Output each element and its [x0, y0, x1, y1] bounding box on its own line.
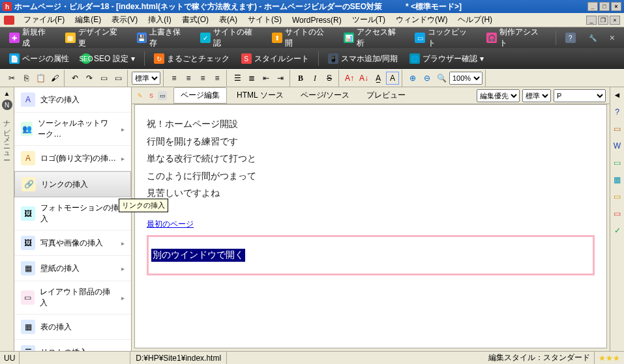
history2-icon[interactable]: ▭ — [111, 72, 125, 85]
zoom-out-icon[interactable]: ⊖ — [421, 72, 434, 85]
indent-out-icon[interactable]: ⇤ — [260, 72, 273, 85]
new-button[interactable]: ✚新規作成 — [4, 25, 59, 51]
cockpit-button[interactable]: ▭コックピット — [409, 25, 480, 51]
left-rail: ▲ N ナビメニュー — [0, 87, 14, 351]
menu-wordpress[interactable]: WordPress(R) — [287, 14, 347, 26]
copy-icon[interactable]: ⎘ — [20, 72, 33, 85]
align-justify-icon[interactable]: ≡ — [211, 72, 224, 85]
confirm-button[interactable]: ✓サイトの確認 — [195, 25, 265, 51]
close-button[interactable]: × — [611, 2, 621, 11]
access-button[interactable]: 📊アクセス解析 — [338, 25, 409, 51]
title-text: ホームページ・ビルダー18 - [index.html(ネットで稼ぐ方法教えます… — [14, 1, 587, 12]
redo-icon[interactable]: ↷ — [83, 72, 96, 85]
rail-grid-icon[interactable]: ▦ — [612, 175, 623, 185]
tab-page-edit[interactable]: ページ編集 — [173, 87, 227, 104]
bold-icon[interactable]: B — [294, 72, 307, 85]
rail-ok-icon[interactable]: ✓ — [612, 225, 623, 236]
font-size-up-icon[interactable]: A↑ — [343, 72, 356, 85]
sidebar: A文字の挿入 👥ソーシャルネットワーク…▸ Aロゴ(飾り文字)の挿…▸ 🔗リンク… — [14, 87, 132, 351]
format-paint-icon[interactable]: 🖌 — [48, 72, 61, 85]
align-left-icon[interactable]: ≡ — [168, 72, 181, 85]
list-num-icon[interactable]: ≣ — [245, 72, 258, 85]
assist-button[interactable]: 🎧制作アシスト — [481, 25, 552, 51]
element-select[interactable]: P — [554, 89, 606, 102]
rail-up-icon[interactable]: ▲ — [4, 90, 10, 97]
doc-icon — [4, 16, 14, 25]
content-line: 行間を開ける練習です — [147, 133, 595, 150]
mdi-minimize-button[interactable]: _ — [586, 16, 597, 25]
design-button[interactable]: ▦デザイン変更 — [60, 25, 130, 51]
priority-select[interactable]: 編集優先 — [477, 89, 520, 102]
font-color-icon[interactable]: A̲ — [372, 72, 385, 85]
rail-left-icon[interactable]: ◄ — [612, 90, 623, 100]
indent-in-icon[interactable]: ⇥ — [274, 72, 287, 85]
history-icon[interactable]: ▭ — [97, 72, 110, 85]
sidebar-item-link[interactable]: 🔗リンクの挿入 — [14, 171, 131, 197]
stylesheet-button[interactable]: Sスタイルシート — [236, 51, 314, 66]
selected-block[interactable]: 別のウインドウで開く — [147, 235, 595, 275]
tab-html-source[interactable]: HTML ソース — [230, 87, 291, 104]
seo-button[interactable]: SEOSEO 設定 ▾ — [76, 51, 140, 66]
publish-button[interactable]: ⬆サイトの公開 — [267, 25, 337, 51]
help-button[interactable]: ? — [560, 31, 581, 45]
style-select[interactable]: 標準 — [132, 72, 160, 85]
sidebar-item-wallpaper[interactable]: ▦壁紙の挿入▸ — [14, 256, 131, 281]
sidebar-item-image[interactable]: 🖼写真や画像の挿入▸ — [14, 231, 131, 256]
align-right-icon[interactable]: ≡ — [196, 72, 209, 85]
sidebar-item-list[interactable]: ☰リストの挿入 — [14, 340, 131, 351]
tab-preview[interactable]: プレビュー — [359, 87, 413, 104]
rail-w-icon[interactable]: W — [612, 141, 623, 151]
browser-button[interactable]: 🌐ブラウザー確認 ▾ — [404, 51, 489, 66]
page-attr-button[interactable]: 📄ページの属性 — [4, 51, 74, 66]
undo-icon[interactable]: ↶ — [68, 72, 82, 85]
nav-icon[interactable]: N — [2, 100, 12, 110]
mdi-close-button[interactable]: × — [610, 16, 620, 25]
highlight-icon[interactable]: A — [386, 72, 399, 85]
zoom-in-icon[interactable]: ⊕ — [406, 72, 419, 85]
editor-canvas[interactable]: 祝！ホームページ開設 行間を開ける練習です 単なる改行で続けて打つと このように… — [134, 104, 607, 348]
content-line: このように行間がつまって — [147, 167, 595, 185]
s-icon[interactable]: S — [147, 91, 156, 100]
statusbar: UU D:¥HP¥Site1¥index.html 編集スタイル：スタンダード … — [0, 351, 624, 364]
rail-chart-icon[interactable]: ▭ — [612, 158, 623, 168]
mdi-restore-button[interactable]: ❐ — [598, 16, 608, 25]
titlebar: h ホームページ・ビルダー18 - [index.html(ネットで稼ぐ方法教え… — [0, 0, 624, 13]
right-rail: ◄ ? ▭ W ▭ ▦ ▭ ▭ ✓ — [610, 87, 624, 351]
toolbar-sub: 📄ページの属性 SEOSEO 設定 ▾ ↻まるごとチェック Sスタイルシート 📱… — [0, 48, 624, 69]
align-center-icon[interactable]: ≡ — [182, 72, 195, 85]
rail-folder-icon[interactable]: ▭ — [612, 124, 623, 134]
sidebar-item-social[interactable]: 👥ソーシャルネットワーク…▸ — [14, 113, 131, 146]
sidebar-item-table[interactable]: ▦表の挿入 — [14, 315, 131, 340]
tab-page-source[interactable]: ページ/ソース — [293, 87, 357, 104]
sidebar-item-logo[interactable]: Aロゴ(飾り文字)の挿…▸ — [14, 146, 131, 171]
rail-flag-icon[interactable]: ▭ — [612, 208, 623, 219]
sidebar-item-layout[interactable]: ▭レイアウト部品の挿入▸ — [14, 281, 131, 315]
sidebar-item-text[interactable]: A文字の挿入 — [14, 87, 131, 113]
strike-icon[interactable]: S — [323, 72, 336, 85]
minimize-button[interactable]: _ — [587, 2, 598, 11]
nav-label: ナビメニュー — [2, 115, 12, 156]
zoom-fit-icon[interactable]: 🔍 — [435, 72, 448, 85]
pencil-icon[interactable]: ✎ — [136, 91, 145, 100]
rail-tool-icon[interactable]: ▭ — [612, 191, 623, 202]
content-link[interactable]: 最初のページ — [147, 219, 194, 229]
mode-select[interactable]: 標準 — [522, 89, 551, 102]
smartphone-button[interactable]: 📱スマホ追加/同期 — [323, 51, 403, 66]
selected-text: 別のウインドウで開く — [151, 249, 245, 262]
check-button[interactable]: ↻まるごとチェック — [149, 51, 235, 66]
zoom-select[interactable]: 100% — [449, 72, 483, 85]
toolbar-close-icon[interactable]: × — [604, 33, 620, 43]
tooltip: リンクの挿入 — [119, 199, 168, 212]
sidebar-item-photomotion[interactable]: 🖼フォトモーションの挿入 — [14, 197, 131, 231]
save-button[interactable]: 💾上書き保存 — [132, 25, 194, 51]
settings-icon[interactable]: 🔧 — [582, 31, 603, 45]
cut-icon[interactable]: ✂ — [5, 72, 18, 85]
app-icon: h — [3, 2, 12, 11]
maximize-button[interactable]: □ — [599, 2, 610, 11]
italic-icon[interactable]: I — [308, 72, 321, 85]
font-size-down-icon[interactable]: A↓ — [357, 72, 370, 85]
paste-icon[interactable]: 📋 — [34, 72, 47, 85]
rail-help-icon[interactable]: ? — [612, 107, 623, 117]
doc-tab-icon[interactable]: ▭ — [158, 91, 167, 100]
list-icon[interactable]: ☰ — [231, 72, 244, 85]
